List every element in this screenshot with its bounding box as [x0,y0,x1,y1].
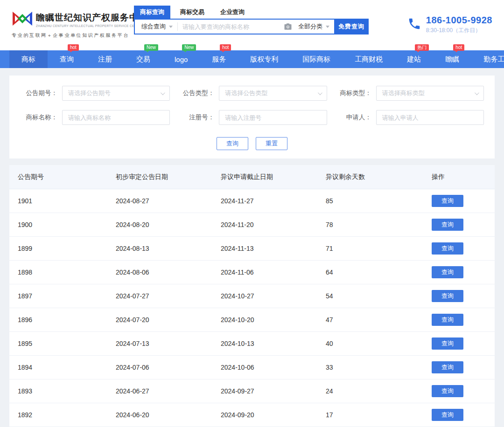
cell-deadline: 2024-09-20 [221,411,326,419]
cell-pub-date: 2024-08-20 [116,221,221,228]
tab-trademark-trade[interactable]: 商标交易 [174,6,210,19]
row-query-button[interactable]: 查询 [432,290,463,302]
search-category-dropdown[interactable]: 综合查询 [135,20,177,34]
brand-title: 瞻瞩世纪知识产权服务中心 [36,12,148,24]
period-select[interactable]: 请选择公告期号 [62,86,170,101]
applicant-input[interactable] [376,110,484,125]
table-row: 1901 2024-08-27 2024-11-27 85 查询 [9,189,495,213]
class-filter-dropdown[interactable]: 全部分类 [296,20,335,34]
cell-deadline: 2024-11-20 [221,221,326,228]
cell-period: 1897 [18,292,116,300]
free-search-button[interactable]: 免费查询 [334,19,369,34]
row-query-button[interactable]: 查询 [432,314,463,326]
filter-label-applicant: 申请人： [334,113,371,122]
col-header-pub-date: 初步审定公告日期 [116,173,221,181]
cell-days-left: 40 [326,340,432,347]
cell-period: 1894 [18,364,116,371]
nav-item-copyright-patent[interactable]: 版权专利 [238,50,290,68]
tab-trademark-search[interactable]: 商标查询 [134,6,170,19]
table-row: 1894 2024-07-06 2024-10-06 33 查询 [9,356,495,379]
nav-item-register[interactable]: 注册 [86,50,124,68]
nav-item-business-tax[interactable]: 工商财税 [343,50,395,68]
caret-down-icon [326,26,329,28]
brand-logo[interactable]: 瞻瞩世纪知识产权服务中心 ZHANZHU CENTURY INTELLECTUA… [12,10,134,39]
search-tabs: 商标查询 商标交易 企业查询 [134,7,369,19]
cell-days-left: 33 [326,364,432,371]
trademark-type-select[interactable]: 请选择商标类型 [376,86,484,101]
row-query-button[interactable]: 查询 [432,242,463,255]
caret-down-icon [169,26,173,28]
cell-deadline: 2024-10-13 [221,340,326,347]
hot-badge: hot [68,44,79,51]
col-header-action: 操作 [432,173,495,181]
table-header-row: 公告期号 初步审定公告日期 异议申请截止日期 异议剩余天数 操作 [9,165,495,189]
phone-number: 186-1005-9928 [426,15,492,26]
tab-company-search[interactable]: 企业查询 [214,6,251,19]
search-box: 综合查询 全部分类 免费查询 [134,19,369,34]
nav-item-website-building[interactable]: 热门建站 [395,50,433,68]
search-input[interactable] [178,20,280,34]
row-query-button[interactable]: 查询 [432,337,463,350]
table-row: 1892 2024-06-20 2024-09-20 17 查询 [9,403,495,427]
nav-item-trade[interactable]: New交易 [124,50,162,68]
new-badge: New [144,44,158,51]
reset-button[interactable]: 重置 [256,137,287,150]
nav-item-work-service[interactable]: 勤务工作 [471,50,504,68]
cell-pub-date: 2024-07-06 [116,364,221,371]
cell-period: 1893 [18,387,116,395]
row-query-button[interactable]: 查询 [432,219,463,231]
row-query-button[interactable]: 查询 [432,361,463,373]
cell-days-left: 24 [326,387,432,395]
main-nav: 商标 hot查询 注册 New交易 Newlogo hot服务 版权专利 国际商… [0,50,504,68]
table-row: 1899 2024-08-13 2024-11-13 71 查询 [9,237,495,261]
cell-period: 1899 [18,245,116,252]
cell-deadline: 2024-10-20 [221,316,326,324]
top-header: 瞻瞩世纪知识产权服务中心 ZHANZHU CENTURY INTELLECTUA… [0,0,504,50]
row-query-button[interactable]: 查询 [432,409,463,421]
filter-label-trademark-name: 商标名称： [20,113,57,122]
row-query-button[interactable]: 查询 [432,266,463,278]
brand-tagline: 专业的互联网＋企事业单位知识产权服务平台 [12,32,134,39]
filter-label-trademark-type: 商标类型： [334,89,371,97]
cell-pub-date: 2024-08-13 [116,245,221,252]
row-query-button[interactable]: 查询 [432,385,463,397]
col-header-days-left: 异议剩余天数 [326,173,432,181]
filter-label-registration-number: 注册号： [177,113,214,122]
table-row: 1893 2024-06-27 2024-09-27 24 查询 [9,379,495,403]
phone-icon [407,17,421,33]
query-button[interactable]: 查询 [217,137,248,150]
trademark-name-input[interactable] [62,110,170,125]
table-row: 1898 2024-08-06 2024-11-06 64 查询 [9,261,495,284]
table-row: 1900 2024-08-20 2024-11-20 78 查询 [9,213,495,237]
contact-phone: 186-1005-9928 8:30-18:00（工作日） [407,15,492,34]
cell-deadline: 2024-09-27 [221,387,326,395]
cell-days-left: 17 [326,411,432,419]
filter-label-period: 公告期号： [20,89,57,97]
nav-item-logo[interactable]: Newlogo [162,50,200,68]
cell-deadline: 2024-11-06 [221,269,326,276]
nav-item-search[interactable]: hot查询 [48,50,86,68]
cell-deadline: 2024-10-27 [221,292,326,300]
cell-period: 1895 [18,340,116,347]
row-query-button[interactable]: 查询 [432,195,463,207]
nav-item-service[interactable]: hot服务 [200,50,238,68]
cell-pub-date: 2024-06-27 [116,387,221,395]
filter-panel: 公告期号： 请选择公告期号 公告类型： 请选择公告类型 商标类型： 请选择商标类… [9,76,495,158]
chevron-down-icon [161,90,165,95]
brand-subtitle-en: ZHANZHU CENTURY INTELLECTUAL PROPERTY SE… [36,24,148,28]
announcement-type-select[interactable]: 请选择公告类型 [219,86,327,101]
cell-deadline: 2024-11-27 [221,197,326,205]
camera-search-icon[interactable] [280,20,296,34]
cell-period: 1892 [18,411,116,419]
cell-pub-date: 2024-07-27 [116,292,221,300]
cell-pub-date: 2024-06-20 [116,411,221,419]
registration-number-input[interactable] [219,110,327,125]
cell-days-left: 85 [326,197,432,205]
nav-item-international-trademark[interactable]: 国际商标 [290,50,343,68]
nav-item-trademark[interactable]: 商标 [9,50,48,68]
cell-pub-date: 2024-08-06 [116,269,221,276]
cell-period: 1898 [18,269,116,276]
cell-deadline: 2024-10-06 [221,364,326,371]
nav-item-zhanzhu[interactable]: hot瞻瞩 [433,50,471,68]
top-search: 商标查询 商标交易 企业查询 综合查询 全部分类 免费查询 [134,7,369,34]
